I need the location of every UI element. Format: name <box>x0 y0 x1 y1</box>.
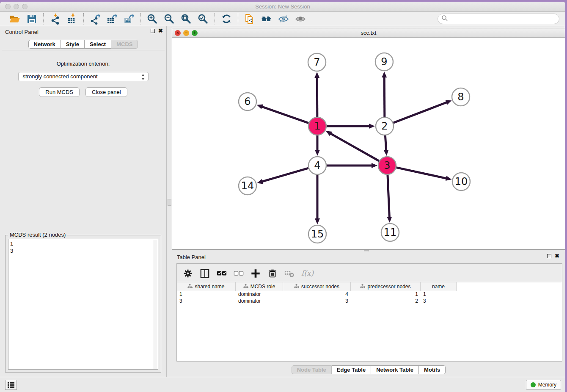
close-panel-button[interactable]: Close panel <box>85 87 127 97</box>
table-panel-title: Table Panel <box>177 254 206 260</box>
node-11[interactable]: 11 <box>381 224 399 241</box>
column-header-MCDS-role[interactable]: MCDS role <box>236 282 283 291</box>
column-label: successor nodes <box>301 284 339 290</box>
node-9[interactable]: 9 <box>375 53 393 71</box>
edge-3-11[interactable] <box>388 175 389 218</box>
node-2[interactable]: 2 <box>376 117 394 135</box>
svg-text:1: 1 <box>314 120 320 132</box>
search-field[interactable] <box>438 14 559 24</box>
open-session-icon[interactable] <box>9 14 20 25</box>
column-header-predecessor-nodes[interactable]: predecessor nodes <box>351 282 421 291</box>
zoom-fit-icon[interactable] <box>181 14 192 25</box>
node-1[interactable]: 1 <box>308 117 326 135</box>
table-row[interactable]: 1dominator411 <box>177 291 562 298</box>
zoom-selected-icon[interactable] <box>198 14 209 25</box>
hide-selected-icon[interactable] <box>278 14 289 25</box>
table-cell[interactable]: dominator <box>236 298 283 305</box>
table-panel-close-icon[interactable]: ✖ <box>555 254 559 258</box>
svg-text:14: 14 <box>241 180 254 192</box>
table-row[interactable]: 3dominator323 <box>177 298 562 305</box>
column-header-successor-nodes[interactable]: successor nodes <box>283 282 351 291</box>
table-panel-float-icon[interactable] <box>547 254 551 258</box>
vertical-split-handle[interactable] <box>168 199 171 206</box>
node-14[interactable]: 14 <box>239 177 256 195</box>
edge-3-1[interactable] <box>330 133 379 161</box>
edge-1-6[interactable] <box>261 107 308 123</box>
optimization-criterion-label: Optimization criterion: <box>2 61 165 67</box>
control-panel-float-icon[interactable] <box>151 29 155 33</box>
import-network-icon[interactable] <box>50 14 61 25</box>
control-panel-tabs: NetworkStyleSelectMCDS <box>0 40 166 49</box>
node-8[interactable]: 8 <box>452 88 470 106</box>
apply-layout-icon[interactable] <box>221 14 232 25</box>
table-cell[interactable]: 3 <box>177 298 236 305</box>
show-all-icon[interactable] <box>295 14 306 25</box>
import-table-icon[interactable] <box>66 14 77 25</box>
table-cell[interactable]: 4 <box>283 291 351 298</box>
home-view-icon[interactable] <box>261 14 272 25</box>
zoom-in-icon[interactable] <box>147 14 158 25</box>
search-input[interactable] <box>448 16 559 22</box>
node-3[interactable]: 3 <box>378 157 396 174</box>
function-builder-icon: f(x) <box>301 269 314 277</box>
table-cell[interactable]: 2 <box>351 298 421 305</box>
node-4[interactable]: 4 <box>308 157 326 174</box>
tab-network[interactable]: Network <box>28 40 61 49</box>
memory-button[interactable]: Memory <box>526 380 561 390</box>
desktop-background: Session: New Session Control Panel <box>0 0 567 392</box>
task-history-button[interactable] <box>5 380 17 390</box>
network-canvas[interactable]: 7968124314101511 <box>172 38 565 249</box>
mcds-result-text[interactable]: 13 <box>8 239 158 370</box>
edge-4-14[interactable] <box>262 168 308 182</box>
export-network-icon[interactable] <box>90 14 101 25</box>
save-session-icon[interactable] <box>26 14 37 25</box>
edge-2-3[interactable] <box>385 135 386 151</box>
duplicate-network-icon[interactable] <box>244 14 255 25</box>
node-7[interactable]: 7 <box>308 53 326 71</box>
network-view-frame: × – + scc.txt 7968124314101511 <box>172 28 565 250</box>
export-image-icon[interactable] <box>124 14 135 25</box>
tab-edge-table[interactable]: Edge Table <box>332 365 371 374</box>
mcds-result-title: MCDS result (2 nodes) <box>8 232 67 238</box>
table-panel-header: Table Panel ✖ <box>172 251 565 262</box>
result-scrollbar[interactable] <box>153 240 157 369</box>
table-settings-gear-icon[interactable] <box>183 268 192 278</box>
column-header-name[interactable]: name <box>421 282 457 291</box>
svg-text:9: 9 <box>381 56 387 68</box>
node-6[interactable]: 6 <box>239 93 256 110</box>
tab-motifs[interactable]: Motifs <box>419 365 446 374</box>
tab-network-table[interactable]: Network Table <box>371 365 419 374</box>
table-tabs: Node TableEdge TableNetwork TableMotifs <box>172 365 565 374</box>
table-cell[interactable]: dominator <box>236 291 283 298</box>
select-all-columns-icon[interactable] <box>217 268 226 278</box>
table-cell[interactable]: 3 <box>283 298 351 305</box>
table-cell[interactable]: 1 <box>177 291 236 298</box>
zoom-out-icon[interactable] <box>164 14 175 25</box>
add-column-icon[interactable] <box>250 268 260 278</box>
node-15[interactable]: 15 <box>308 225 326 243</box>
tab-mcds[interactable]: MCDS <box>111 40 138 49</box>
table-cell[interactable]: 1 <box>351 291 421 298</box>
table-cell[interactable]: 1 <box>421 291 457 298</box>
edge-3-10[interactable] <box>396 168 446 179</box>
delete-column-icon[interactable] <box>267 268 277 278</box>
column-header-shared-name[interactable]: shared name <box>177 282 236 291</box>
svg-text:10: 10 <box>455 176 468 188</box>
svg-text:3: 3 <box>384 160 390 171</box>
unselect-all-columns-icon[interactable] <box>234 268 243 278</box>
run-mcds-button[interactable]: Run MCDS <box>39 87 80 97</box>
result-line: 1 <box>10 240 156 247</box>
edge-2-9[interactable] <box>384 77 385 117</box>
tab-node-table[interactable]: Node Table <box>292 365 332 374</box>
edge-1-7[interactable] <box>317 77 317 117</box>
control-panel-close-icon[interactable]: ✖ <box>158 29 163 33</box>
tab-style[interactable]: Style <box>61 40 85 49</box>
edge-2-8[interactable] <box>394 102 447 123</box>
export-table-icon[interactable] <box>107 14 118 25</box>
result-line: 3 <box>10 247 156 254</box>
toggle-columns-icon[interactable] <box>200 268 209 278</box>
node-10[interactable]: 10 <box>452 173 470 190</box>
tab-select[interactable]: Select <box>85 40 111 49</box>
optimization-criterion-select[interactable]: strongly connected component <box>18 72 149 81</box>
table-cell[interactable]: 3 <box>421 298 457 305</box>
